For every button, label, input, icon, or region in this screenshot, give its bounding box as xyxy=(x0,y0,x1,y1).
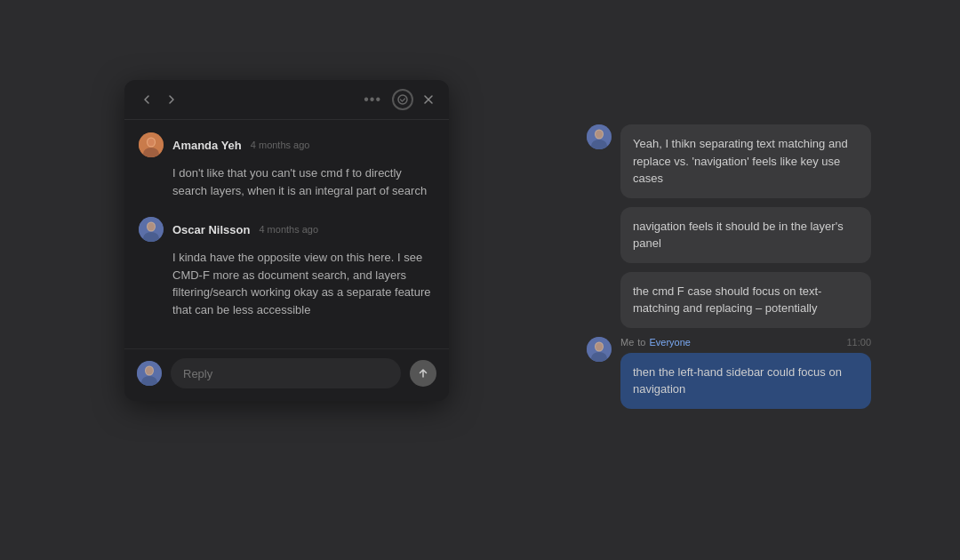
svg-point-11 xyxy=(146,367,153,375)
my-message-row: Me to Everyone 11:00 then the left-hand … xyxy=(587,337,871,409)
chat-bubble: navigation feels it should be in the lay… xyxy=(620,207,871,263)
chat-bubble: the cmd F case should focus on text-matc… xyxy=(620,272,871,328)
more-options-button[interactable]: ••• xyxy=(360,90,385,109)
chat-text: the cmd F case should focus on text-matc… xyxy=(633,284,821,316)
avatar xyxy=(139,132,164,157)
chat-text: Yeah, I thikn separating text matching a… xyxy=(633,137,848,185)
nav-back-button[interactable] xyxy=(137,92,156,108)
chat-text: navigation feels it should be in the lay… xyxy=(633,220,844,251)
comment-header: Oscar Nilsson 4 months ago xyxy=(139,217,435,242)
comment-time: 4 months ago xyxy=(259,224,318,235)
svg-point-15 xyxy=(596,131,603,139)
svg-point-3 xyxy=(148,139,155,147)
avatar xyxy=(139,217,164,242)
comment-author: Amanda Yeh xyxy=(172,139,242,152)
chat-time: 11:00 xyxy=(846,337,871,348)
toolbar-nav xyxy=(137,92,181,108)
comments-list: Amanda Yeh 4 months ago I don't like tha… xyxy=(124,120,449,348)
comment-time: 4 months ago xyxy=(251,140,310,150)
panel-toolbar: ••• xyxy=(124,80,449,120)
chat-meta-me: Me xyxy=(620,337,634,348)
comment-panel: ••• xyxy=(124,80,449,401)
close-button[interactable] xyxy=(420,92,436,108)
avatar xyxy=(587,337,612,362)
nav-forward-button[interactable] xyxy=(162,92,181,108)
chat-text: then the left-hand sidebar could focus o… xyxy=(633,365,842,396)
avatar xyxy=(587,124,612,149)
chat-bubble: Yeah, I thikn separating text matching a… xyxy=(620,124,871,198)
my-message-content: Me to Everyone 11:00 then the left-hand … xyxy=(620,337,871,409)
reply-area xyxy=(124,348,449,401)
chat-meta-everyone: Everyone xyxy=(649,337,690,348)
comment-header: Amanda Yeh 4 months ago xyxy=(139,132,435,157)
resolve-button[interactable] xyxy=(392,89,413,110)
comment-author: Oscar Nilsson xyxy=(172,223,250,236)
comment-body: I kinda have the opposite view on this h… xyxy=(139,249,435,318)
chat-panel: Yeah, I thikn separating text matching a… xyxy=(587,124,871,409)
comment-body: I don't like that you can't use cmd f to… xyxy=(139,164,435,199)
reply-avatar xyxy=(137,361,162,386)
reply-input-wrapper[interactable] xyxy=(171,358,401,388)
comment-item: Oscar Nilsson 4 months ago I kinda have … xyxy=(139,217,435,318)
send-button[interactable] xyxy=(410,360,436,387)
comment-item: Amanda Yeh 4 months ago I don't like tha… xyxy=(139,132,435,199)
chat-message-group: Yeah, I thikn separating text matching a… xyxy=(587,124,871,198)
svg-point-7 xyxy=(148,223,155,231)
chat-meta-to: to xyxy=(637,337,645,348)
reply-input[interactable] xyxy=(183,367,388,380)
my-chat-bubble: then the left-hand sidebar could focus o… xyxy=(620,353,871,409)
svg-point-0 xyxy=(398,95,407,104)
toolbar-actions: ••• xyxy=(360,89,436,110)
svg-point-19 xyxy=(596,342,603,350)
chat-meta: Me to Everyone 11:00 xyxy=(620,337,871,348)
